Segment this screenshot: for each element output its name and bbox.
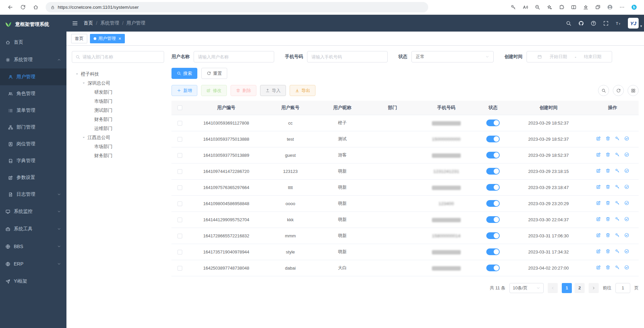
page-button-1[interactable]: 1	[562, 283, 572, 293]
status-toggle[interactable]	[486, 168, 500, 175]
delete-button[interactable]: 删除	[231, 85, 256, 96]
delete-row-icon[interactable]	[605, 184, 610, 189]
assign-role-icon[interactable]	[624, 265, 629, 270]
split-screen-button[interactable]	[568, 2, 579, 13]
search-button[interactable]: 搜索	[171, 68, 197, 79]
sidebar-item-log-management[interactable]: 日志管理	[0, 186, 66, 203]
edit-row-icon[interactable]	[596, 265, 601, 270]
row-checkbox[interactable]	[178, 137, 182, 142]
header-search-button[interactable]	[566, 20, 572, 26]
app-logo[interactable]: 意框架管理系统	[0, 15, 66, 34]
goto-page-input[interactable]	[615, 283, 630, 293]
sidebar-item-param-settings[interactable]: 参数设置	[0, 169, 66, 186]
browser-home-button[interactable]	[30, 2, 41, 13]
extensions-button[interactable]	[556, 2, 567, 13]
status-toggle[interactable]	[486, 216, 500, 223]
reset-password-icon[interactable]	[615, 217, 620, 222]
edit-row-icon[interactable]	[596, 184, 601, 189]
assign-role-icon[interactable]	[624, 168, 629, 173]
refresh-table-button[interactable]	[613, 85, 624, 96]
collections-button[interactable]	[592, 2, 603, 13]
sidebar-item-dict-management[interactable]: 字典管理	[0, 152, 66, 169]
bing-chat-button[interactable]: b	[629, 2, 639, 13]
tree-node[interactable]: 橙子科技	[72, 69, 164, 79]
page-size-select[interactable]: 10条/页	[509, 283, 544, 293]
tree-node[interactable]: 运维部门	[72, 124, 164, 133]
status-toggle[interactable]	[486, 265, 500, 271]
assign-role-icon[interactable]	[624, 217, 629, 222]
row-checkbox[interactable]	[178, 266, 182, 271]
address-bar[interactable]: https://ccnetcore.com:1101/system/user	[46, 2, 428, 12]
sidebar-item-post-management[interactable]: 岗位管理	[0, 136, 66, 152]
edit-row-icon[interactable]	[596, 249, 601, 254]
status-select[interactable]: 正常	[411, 51, 494, 62]
reset-password-icon[interactable]	[615, 265, 620, 270]
delete-row-icon[interactable]	[605, 168, 610, 173]
edit-row-icon[interactable]	[596, 233, 601, 238]
sidebar-item-system-management[interactable]: 系统管理	[0, 51, 66, 68]
tree-node[interactable]: 财务部门	[72, 151, 164, 160]
sidebar-item-home[interactable]: 首页	[0, 34, 66, 51]
sidebar-item-user-management[interactable]: 用户管理	[0, 68, 66, 85]
prev-page-button[interactable]	[548, 283, 558, 293]
row-checkbox[interactable]	[178, 218, 182, 222]
edit-row-icon[interactable]	[596, 152, 601, 157]
add-favorite-button[interactable]	[544, 2, 555, 13]
status-toggle[interactable]	[486, 184, 500, 191]
add-button[interactable]: 新增	[171, 85, 197, 96]
edit-row-icon[interactable]	[596, 136, 601, 141]
sidebar-item-dept-management[interactable]: 部门管理	[0, 119, 66, 136]
fold-sidebar-button[interactable]	[72, 20, 78, 27]
export-button[interactable]: 导出	[290, 85, 315, 96]
reset-password-icon[interactable]	[615, 184, 620, 189]
next-page-button[interactable]	[589, 283, 599, 293]
assign-role-icon[interactable]	[624, 233, 629, 238]
toggle-columns-button[interactable]	[628, 85, 639, 96]
row-checkbox[interactable]	[178, 169, 182, 174]
tree-node[interactable]: 市场部门	[72, 142, 164, 151]
page-button-2[interactable]: 2	[575, 283, 585, 293]
sidebar-item-erp[interactable]: ERP	[0, 255, 66, 273]
tree-node[interactable]: 深圳总公司	[72, 79, 164, 88]
sidebar-item-role-management[interactable]: 角色管理	[0, 85, 66, 102]
row-checkbox[interactable]	[178, 153, 182, 158]
reset-password-icon[interactable]	[615, 168, 620, 173]
modify-button[interactable]: 修改	[201, 85, 227, 96]
reset-button[interactable]: 重置	[201, 68, 227, 79]
toggle-search-button[interactable]	[598, 85, 609, 96]
row-checkbox[interactable]	[178, 121, 182, 126]
tree-node[interactable]: 江西总公司	[72, 133, 164, 142]
username-input[interactable]	[194, 51, 274, 62]
font-size-button[interactable]: TT	[615, 20, 621, 26]
status-toggle[interactable]	[486, 136, 500, 142]
row-checkbox[interactable]	[178, 185, 182, 190]
phone-input[interactable]	[307, 51, 388, 62]
assign-role-icon[interactable]	[624, 136, 629, 141]
status-toggle[interactable]	[486, 152, 500, 158]
sidebar-item-system-monitor[interactable]: 系统监控	[0, 203, 66, 220]
reset-password-icon[interactable]	[615, 136, 620, 141]
browser-menu-button[interactable]	[616, 2, 627, 13]
tab-1[interactable]: 用户管理×	[90, 34, 125, 43]
fullscreen-button[interactable]	[603, 20, 609, 26]
zoom-button[interactable]	[532, 2, 543, 13]
edit-row-icon[interactable]	[596, 200, 601, 205]
github-button[interactable]	[578, 20, 584, 26]
dept-search-input[interactable]	[83, 54, 160, 59]
row-checkbox[interactable]	[178, 234, 182, 238]
read-aloud-button[interactable]	[520, 2, 531, 13]
tab-0[interactable]: 首页	[71, 34, 87, 43]
assign-role-icon[interactable]	[624, 152, 629, 157]
delete-row-icon[interactable]	[605, 249, 610, 254]
breadcrumb-item[interactable]: 系统管理	[100, 20, 119, 26]
assign-role-icon[interactable]	[624, 200, 629, 205]
breadcrumb-item[interactable]: 首页	[84, 20, 93, 26]
sidebar-item-bbs[interactable]: BBS	[0, 238, 66, 255]
tab-close-icon[interactable]: ×	[118, 36, 121, 41]
assign-role-icon[interactable]	[624, 249, 629, 254]
reset-password-icon[interactable]	[615, 152, 620, 157]
password-key-button[interactable]	[508, 2, 518, 13]
help-button[interactable]	[591, 20, 596, 26]
status-toggle[interactable]	[486, 248, 500, 255]
edit-row-icon[interactable]	[596, 168, 601, 173]
